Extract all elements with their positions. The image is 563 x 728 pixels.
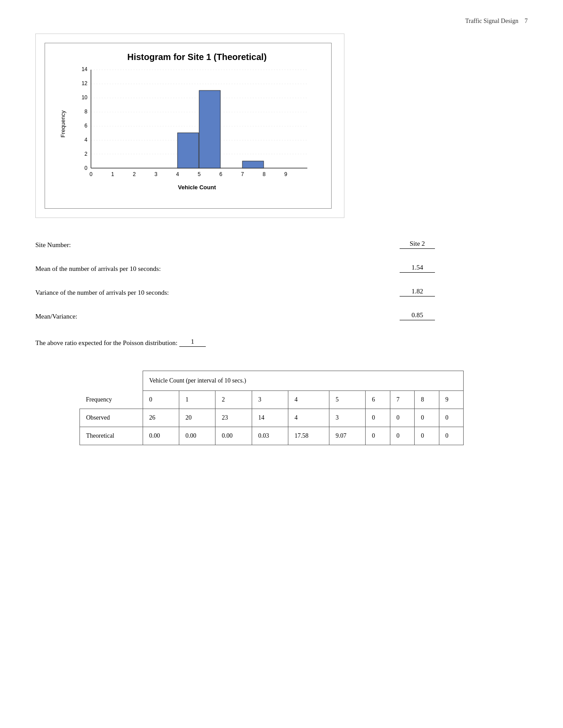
svg-text:6: 6 [84,123,87,129]
mean-variance-label: Mean/Variance: [35,313,77,320]
svg-text:3: 3 [155,171,158,177]
col-6: 6 [366,391,390,409]
empty-header-cell [80,371,143,391]
frequency-label: Frequency [80,391,143,409]
svg-text:0: 0 [84,165,87,171]
y-axis-label: Frequency [60,110,66,137]
info-section: Site Number: Site 2 Mean of the number o… [35,240,528,320]
cell-0-3: 14 [252,409,288,427]
mean-variance-row: Mean/Variance: 0.85 [35,311,528,320]
col-9: 9 [439,391,463,409]
data-table: Vehicle Count (per interval of 10 secs.)… [79,371,464,445]
chart-title: Histogram for Site 1 (Theoretical) [72,52,322,62]
col-3: 3 [252,391,288,409]
poisson-row: The above ratio expected for the Poisson… [35,338,528,347]
svg-text:8: 8 [84,109,87,115]
svg-text:4: 4 [176,171,179,177]
cell-0-6: 0 [366,409,390,427]
vehicle-count-header: Vehicle Count (per interval of 10 secs.) [143,371,463,391]
row-label-1: Theoretical [80,427,143,445]
cell-0-8: 0 [415,409,439,427]
chart-area: Frequency 0 2 4 [72,67,322,181]
mean-variance-value: 0.85 [400,311,435,320]
cell-1-2: 0.00 [215,427,252,445]
cell-0-7: 0 [390,409,414,427]
cell-0-5: 3 [329,409,366,427]
svg-text:5: 5 [198,171,201,177]
cell-1-5: 9.07 [329,427,366,445]
svg-text:1: 1 [111,171,114,177]
cell-0-1: 20 [179,409,215,427]
mean-value: 1.54 [400,264,435,273]
cell-0-9: 0 [439,409,463,427]
page-number: 7 [525,18,528,24]
svg-text:12: 12 [82,80,88,86]
x-axis-label: Vehicle Count [72,184,322,191]
row-label-0: Observed [80,409,143,427]
col-5: 5 [329,391,366,409]
document-title: Traffic Signal Design [465,18,518,24]
site-number-value: Site 2 [400,240,435,249]
cell-1-1: 0.00 [179,427,215,445]
variance-label: Variance of the number of arrivals per 1… [35,289,169,296]
svg-text:14: 14 [82,67,88,72]
page-header: Traffic Signal Design 7 [35,18,528,25]
cell-0-2: 23 [215,409,252,427]
col-7: 7 [390,391,414,409]
svg-text:2: 2 [133,171,136,177]
svg-text:9: 9 [284,171,287,177]
data-table-container: Vehicle Count (per interval of 10 secs.)… [79,371,528,445]
cell-0-0: 26 [143,409,179,427]
chart-container: Histogram for Site 1 (Theoretical) Frequ… [35,34,344,218]
chart-inner: Histogram for Site 1 (Theoretical) Frequ… [45,43,332,209]
col-4: 4 [288,391,329,409]
svg-rect-28 [199,90,220,168]
cell-0-4: 4 [288,409,329,427]
variance-row: Variance of the number of arrivals per 1… [35,288,528,296]
poisson-label: The above ratio expected for the Poisson… [35,339,178,347]
cell-1-9: 0 [439,427,463,445]
col-0: 0 [143,391,179,409]
site-number-row: Site Number: Site 2 [35,240,528,249]
histogram-svg: 0 2 4 6 8 10 12 14 0 1 2 3 4 5 6 7 8 9 [72,67,322,181]
svg-text:0: 0 [90,171,93,177]
cell-1-4: 17.58 [288,427,329,445]
col-8: 8 [415,391,439,409]
cell-1-8: 0 [415,427,439,445]
svg-rect-27 [178,133,199,168]
col-2: 2 [215,391,252,409]
variance-value: 1.82 [400,288,435,296]
cell-1-6: 0 [366,427,390,445]
mean-row: Mean of the number of arrivals per 10 se… [35,264,528,273]
poisson-value: 1 [179,338,206,347]
svg-text:6: 6 [219,171,223,177]
cell-1-7: 0 [390,427,414,445]
site-number-label: Site Number: [35,241,71,249]
mean-label: Mean of the number of arrivals per 10 se… [35,265,161,273]
cell-1-3: 0.03 [252,427,288,445]
cell-1-0: 0.00 [143,427,179,445]
svg-text:8: 8 [263,171,266,177]
svg-text:7: 7 [241,171,244,177]
svg-text:4: 4 [84,137,87,143]
svg-rect-29 [242,161,264,168]
svg-text:2: 2 [84,151,87,157]
svg-text:10: 10 [82,94,88,101]
col-1: 1 [179,391,215,409]
